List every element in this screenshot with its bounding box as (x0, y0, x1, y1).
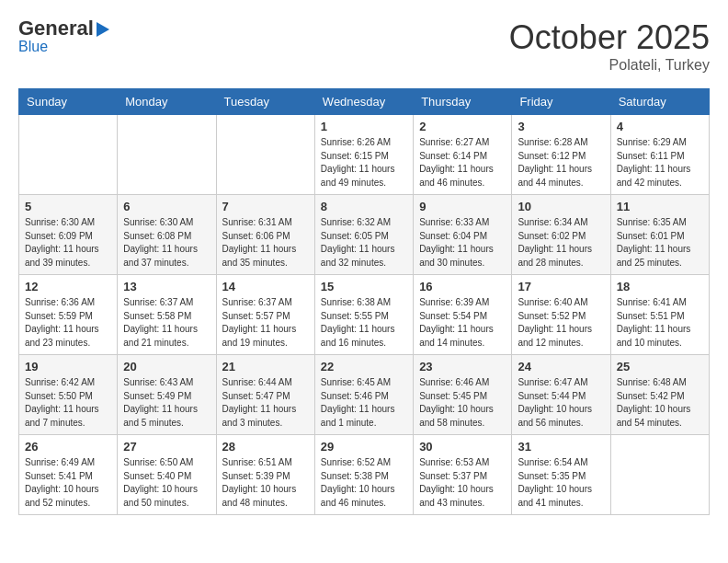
day-header-thursday: Thursday (414, 89, 512, 115)
logo-blue-text: Blue (18, 39, 48, 55)
day-info: Sunrise: 6:34 AM Sunset: 6:02 PM Dayligh… (518, 216, 604, 270)
day-info: Sunrise: 6:35 AM Sunset: 6:01 PM Dayligh… (617, 216, 703, 270)
calendar-day-22: 22Sunrise: 6:45 AM Sunset: 5:46 PM Dayli… (314, 355, 413, 435)
day-number: 26 (25, 440, 111, 454)
calendar-day-13: 13Sunrise: 6:37 AM Sunset: 5:58 PM Dayli… (118, 275, 216, 355)
day-number: 2 (419, 120, 506, 133)
location-subtitle: Polateli, Turkey (509, 57, 710, 74)
calendar-empty-cell (19, 115, 118, 195)
calendar-day-9: 9Sunrise: 6:33 AM Sunset: 6:04 PM Daylig… (414, 195, 512, 275)
day-info: Sunrise: 6:52 AM Sunset: 5:38 PM Dayligh… (321, 456, 407, 510)
day-info: Sunrise: 6:26 AM Sunset: 6:15 PM Dayligh… (321, 136, 407, 190)
day-header-wednesday: Wednesday (314, 89, 413, 115)
calendar-day-3: 3Sunrise: 6:28 AM Sunset: 6:12 PM Daylig… (512, 115, 610, 195)
day-number: 9 (419, 200, 506, 213)
calendar-week-row: 1Sunrise: 6:26 AM Sunset: 6:15 PM Daylig… (19, 115, 710, 195)
day-info: Sunrise: 6:37 AM Sunset: 5:57 PM Dayligh… (222, 296, 309, 350)
day-number: 19 (25, 360, 111, 373)
day-info: Sunrise: 6:44 AM Sunset: 5:47 PM Dayligh… (222, 376, 309, 430)
day-number: 10 (518, 200, 604, 213)
day-number: 31 (518, 440, 604, 454)
day-info: Sunrise: 6:45 AM Sunset: 5:46 PM Dayligh… (321, 376, 407, 430)
day-info: Sunrise: 6:48 AM Sunset: 5:42 PM Dayligh… (617, 376, 703, 430)
day-number: 24 (518, 360, 604, 373)
calendar-day-12: 12Sunrise: 6:36 AM Sunset: 5:59 PM Dayli… (19, 275, 118, 355)
day-number: 4 (617, 120, 703, 133)
calendar-week-row: 19Sunrise: 6:42 AM Sunset: 5:50 PM Dayli… (19, 355, 710, 435)
day-number: 20 (123, 360, 210, 373)
day-number: 21 (222, 360, 309, 373)
day-number: 3 (518, 120, 604, 133)
day-info: Sunrise: 6:28 AM Sunset: 6:12 PM Dayligh… (518, 136, 604, 190)
day-number: 14 (222, 280, 309, 293)
day-number: 27 (123, 440, 210, 454)
day-number: 16 (419, 280, 506, 293)
logo-arrow-icon (97, 22, 109, 37)
day-number: 1 (321, 120, 407, 133)
day-info: Sunrise: 6:42 AM Sunset: 5:50 PM Dayligh… (25, 376, 111, 430)
day-number: 7 (222, 200, 309, 213)
logo-general-text: General (18, 18, 94, 39)
day-info: Sunrise: 6:43 AM Sunset: 5:49 PM Dayligh… (123, 376, 210, 430)
calendar-day-19: 19Sunrise: 6:42 AM Sunset: 5:50 PM Dayli… (19, 355, 118, 435)
calendar-day-25: 25Sunrise: 6:48 AM Sunset: 5:42 PM Dayli… (610, 355, 709, 435)
calendar-day-24: 24Sunrise: 6:47 AM Sunset: 5:44 PM Dayli… (512, 355, 610, 435)
day-number: 28 (222, 440, 309, 454)
day-number: 13 (123, 280, 210, 293)
page-header: General Blue October 2025 Polateli, Turk… (18, 18, 710, 74)
calendar-day-30: 30Sunrise: 6:53 AM Sunset: 5:37 PM Dayli… (414, 435, 512, 515)
calendar-day-2: 2Sunrise: 6:27 AM Sunset: 6:14 PM Daylig… (414, 115, 512, 195)
day-header-sunday: Sunday (19, 89, 118, 115)
day-info: Sunrise: 6:46 AM Sunset: 5:45 PM Dayligh… (419, 376, 506, 430)
day-info: Sunrise: 6:47 AM Sunset: 5:44 PM Dayligh… (518, 376, 604, 430)
calendar-day-29: 29Sunrise: 6:52 AM Sunset: 5:38 PM Dayli… (314, 435, 413, 515)
calendar-empty-cell (118, 115, 216, 195)
calendar-day-1: 1Sunrise: 6:26 AM Sunset: 6:15 PM Daylig… (314, 115, 413, 195)
calendar-week-row: 5Sunrise: 6:30 AM Sunset: 6:09 PM Daylig… (19, 195, 710, 275)
day-info: Sunrise: 6:31 AM Sunset: 6:06 PM Dayligh… (222, 216, 309, 270)
day-info: Sunrise: 6:40 AM Sunset: 5:52 PM Dayligh… (518, 296, 604, 350)
day-number: 8 (321, 200, 407, 213)
calendar-day-31: 31Sunrise: 6:54 AM Sunset: 5:35 PM Dayli… (512, 435, 610, 515)
day-number: 15 (321, 280, 407, 293)
day-number: 6 (123, 200, 210, 213)
day-info: Sunrise: 6:30 AM Sunset: 6:08 PM Dayligh… (123, 216, 210, 270)
calendar-day-11: 11Sunrise: 6:35 AM Sunset: 6:01 PM Dayli… (610, 195, 709, 275)
calendar-day-10: 10Sunrise: 6:34 AM Sunset: 6:02 PM Dayli… (512, 195, 610, 275)
title-section: October 2025 Polateli, Turkey (509, 18, 710, 74)
day-header-saturday: Saturday (610, 89, 709, 115)
day-number: 29 (321, 440, 407, 454)
day-info: Sunrise: 6:33 AM Sunset: 6:04 PM Dayligh… (419, 216, 506, 270)
day-info: Sunrise: 6:30 AM Sunset: 6:09 PM Dayligh… (25, 216, 111, 270)
day-number: 11 (617, 200, 703, 213)
calendar-week-row: 26Sunrise: 6:49 AM Sunset: 5:41 PM Dayli… (19, 435, 710, 515)
day-number: 12 (25, 280, 111, 293)
day-info: Sunrise: 6:36 AM Sunset: 5:59 PM Dayligh… (25, 296, 111, 350)
calendar-empty-cell (610, 435, 709, 515)
day-info: Sunrise: 6:27 AM Sunset: 6:14 PM Dayligh… (419, 136, 506, 190)
day-number: 23 (419, 360, 506, 373)
day-header-friday: Friday (512, 89, 610, 115)
calendar-day-20: 20Sunrise: 6:43 AM Sunset: 5:49 PM Dayli… (118, 355, 216, 435)
calendar-day-8: 8Sunrise: 6:32 AM Sunset: 6:05 PM Daylig… (314, 195, 413, 275)
day-info: Sunrise: 6:54 AM Sunset: 5:35 PM Dayligh… (518, 456, 604, 510)
day-info: Sunrise: 6:39 AM Sunset: 5:54 PM Dayligh… (419, 296, 506, 350)
calendar-empty-cell (216, 115, 314, 195)
month-title: October 2025 (509, 18, 710, 57)
calendar-day-21: 21Sunrise: 6:44 AM Sunset: 5:47 PM Dayli… (216, 355, 314, 435)
day-info: Sunrise: 6:41 AM Sunset: 5:51 PM Dayligh… (617, 296, 703, 350)
calendar-day-14: 14Sunrise: 6:37 AM Sunset: 5:57 PM Dayli… (216, 275, 314, 355)
calendar-day-5: 5Sunrise: 6:30 AM Sunset: 6:09 PM Daylig… (19, 195, 118, 275)
day-info: Sunrise: 6:49 AM Sunset: 5:41 PM Dayligh… (25, 456, 111, 510)
calendar-day-28: 28Sunrise: 6:51 AM Sunset: 5:39 PM Dayli… (216, 435, 314, 515)
calendar-day-15: 15Sunrise: 6:38 AM Sunset: 5:55 PM Dayli… (314, 275, 413, 355)
day-number: 30 (419, 440, 506, 454)
day-info: Sunrise: 6:29 AM Sunset: 6:11 PM Dayligh… (617, 136, 703, 190)
calendar-day-7: 7Sunrise: 6:31 AM Sunset: 6:06 PM Daylig… (216, 195, 314, 275)
calendar-day-16: 16Sunrise: 6:39 AM Sunset: 5:54 PM Dayli… (414, 275, 512, 355)
day-header-monday: Monday (118, 89, 216, 115)
day-info: Sunrise: 6:51 AM Sunset: 5:39 PM Dayligh… (222, 456, 309, 510)
logo: General Blue (18, 18, 109, 55)
calendar-table: SundayMondayTuesdayWednesdayThursdayFrid… (18, 88, 710, 515)
calendar-day-17: 17Sunrise: 6:40 AM Sunset: 5:52 PM Dayli… (512, 275, 610, 355)
